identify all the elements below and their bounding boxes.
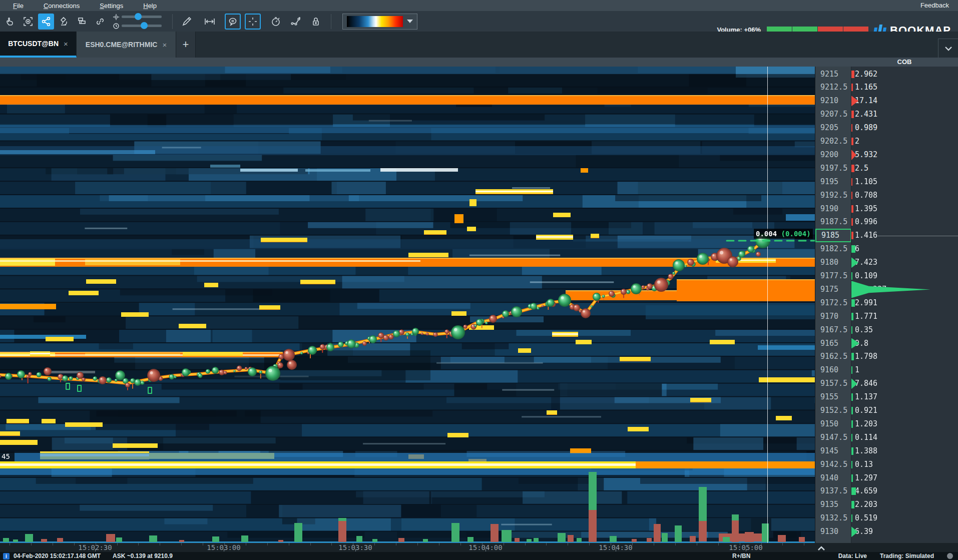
price-row[interactable]: 9192.5: [815, 189, 851, 202]
price-row[interactable]: 9150: [815, 417, 851, 431]
price-row[interactable]: 9207.5: [815, 108, 851, 121]
bookmap-window: File Connections Settings Help Feedback: [0, 0, 958, 560]
price-row[interactable]: 9180: [815, 256, 851, 269]
crosshair-tool-icon[interactable]: [245, 14, 261, 30]
time-tick: [697, 543, 697, 545]
stopwatch-tool-icon[interactable]: [268, 14, 284, 30]
price-row[interactable]: 9157.5: [815, 377, 851, 390]
add-tab-button[interactable]: +: [176, 32, 196, 58]
cob-value: 0.996: [851, 215, 958, 229]
connection-status-icon: [947, 553, 953, 559]
price-row[interactable]: 9215: [815, 68, 851, 81]
pencil-tool-icon[interactable]: [179, 14, 195, 30]
cob-value: 9.8: [851, 337, 958, 350]
cob-ask-bar: [851, 111, 854, 118]
price-row[interactable]: 9165: [815, 337, 851, 350]
price-row[interactable]: 9195: [815, 175, 851, 189]
price-row[interactable]: 9172.5: [815, 296, 851, 310]
price-row[interactable]: 9177.5: [815, 269, 851, 283]
time-tick: [117, 543, 118, 545]
cob-ask-bar: [851, 138, 853, 145]
price-row[interactable]: 9147.5: [815, 431, 851, 444]
cob-bid-bar: [851, 447, 853, 455]
price-row[interactable]: 9137.5: [815, 484, 851, 498]
speed-slider[interactable]: [122, 25, 162, 27]
color-scale-dropdown[interactable]: [342, 14, 417, 30]
cob-value: 6.39: [851, 525, 958, 538]
cob-bid-bar: [851, 245, 855, 253]
price-row[interactable]: 9162.5: [815, 350, 851, 363]
time-tick: [675, 543, 676, 545]
price-row[interactable]: 9190: [815, 202, 851, 216]
price-row-selected[interactable]: 9185: [815, 229, 851, 242]
link-tool-icon[interactable]: [92, 14, 108, 30]
share-tool-icon[interactable]: [38, 14, 54, 30]
price-row[interactable]: 9145: [815, 444, 851, 458]
menu-feedback[interactable]: Feedback: [920, 2, 949, 9]
cob-panel: 2.9621.16517.142.4310.98925.9322.51.1050…: [851, 67, 958, 543]
price-row[interactable]: 9182.5: [815, 242, 851, 256]
price-row[interactable]: 9160: [815, 363, 851, 377]
price-row[interactable]: 9197.5: [815, 162, 851, 175]
time-axis[interactable]: 15:02:3015:03:0015:03:3015:04:0015:04:30…: [0, 543, 958, 552]
zoom-region-tool-icon[interactable]: [20, 14, 36, 30]
price-row[interactable]: 9202.5: [815, 135, 851, 148]
menu-file[interactable]: File: [6, 2, 31, 10]
cob-header: COB: [851, 58, 958, 66]
cob-value: 17.14: [851, 94, 958, 108]
price-row[interactable]: 9132.5: [815, 511, 851, 525]
microscope-tool-icon[interactable]: [56, 14, 72, 30]
tab-close-icon[interactable]: ×: [64, 40, 68, 48]
tab-btcusdt[interactable]: BTCUSDT@BN ×: [0, 32, 77, 58]
tab-close-icon[interactable]: ×: [162, 41, 167, 49]
brightness-icon: [113, 14, 119, 20]
cob-value: 1.395: [851, 202, 958, 216]
price-row[interactable]: 9130: [815, 525, 851, 538]
status-data-feed: Data: Live: [838, 552, 867, 559]
price-row[interactable]: 9140: [815, 471, 851, 485]
price-axis[interactable]: 92159212.592109207.592059202.592009197.5…: [815, 67, 851, 543]
price-row[interactable]: 9200: [815, 148, 851, 162]
cob-value: 1.416: [851, 229, 958, 242]
hand-tool-icon[interactable]: [2, 14, 18, 30]
cob-bid-bar: [851, 326, 852, 334]
brightness-slider[interactable]: [122, 16, 162, 18]
menu-help[interactable]: Help: [136, 2, 164, 10]
time-tick: [181, 543, 182, 545]
menu-connections[interactable]: Connections: [37, 2, 87, 10]
last-trade-label: 0.004 (0.004): [754, 229, 813, 239]
price-row[interactable]: 9152.5: [815, 404, 851, 417]
price-row[interactable]: 9210: [815, 94, 851, 108]
menu-settings[interactable]: Settings: [93, 2, 130, 10]
lock-tool-icon[interactable]: [308, 14, 324, 30]
cob-value: 0.708: [851, 189, 958, 202]
status-trading-mode: Trading: Simulated: [880, 552, 934, 559]
price-row[interactable]: 9135: [815, 498, 851, 511]
route-tool-icon[interactable]: [288, 14, 304, 30]
cob-value: 1.105: [851, 175, 958, 189]
tab-esh0[interactable]: ESH0.CME@RITHMIC ×: [77, 32, 176, 58]
time-tick: [804, 543, 804, 545]
cob-value: 4.659: [851, 484, 958, 498]
menu-bar: File Connections Settings Help Feedback: [0, 0, 958, 11]
cob-value: 6: [851, 242, 958, 256]
price-row[interactable]: 9170: [815, 310, 851, 323]
measure-tool-icon[interactable]: [202, 14, 218, 30]
price-row[interactable]: 9142.5: [815, 458, 851, 471]
cob-value: 2.431: [851, 108, 958, 121]
price-row[interactable]: 9175: [815, 283, 851, 296]
price-row[interactable]: 9167.5: [815, 323, 851, 337]
layers-tool-icon[interactable]: [74, 14, 90, 30]
price-row[interactable]: 9187.5: [815, 215, 851, 229]
info-icon[interactable]: i: [3, 553, 10, 559]
price-row[interactable]: 9155: [815, 390, 851, 404]
note-bubble-tool-icon[interactable]: [225, 14, 241, 30]
cob-bid-bar: [851, 353, 854, 360]
price-row[interactable]: 9205: [815, 121, 851, 135]
time-tick: [417, 543, 418, 545]
cob-value: 0.114: [851, 431, 958, 444]
tab-list-chevron-button[interactable]: [938, 39, 958, 58]
heatmap-canvas[interactable]: [0, 67, 815, 543]
time-tick: [203, 543, 203, 545]
price-row[interactable]: 9212.5: [815, 81, 851, 94]
